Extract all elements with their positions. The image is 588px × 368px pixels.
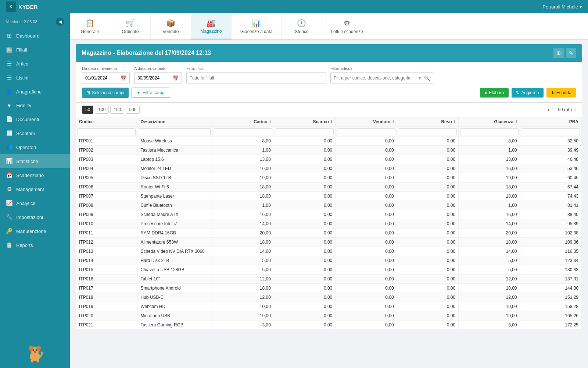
tab-ordinato[interactable]: 🛒Ordinato <box>110 13 151 39</box>
filter-funnel-icon[interactable]: ▼ <box>417 75 422 81</box>
generale-tab-icon: 📋 <box>85 19 94 28</box>
sidebar-item-documenti[interactable]: 📄Documenti <box>0 112 70 126</box>
chevron-down-icon: ▾ <box>580 4 582 10</box>
esporta-label: Esporta <box>556 90 571 95</box>
filter-input-venduto[interactable] <box>337 128 395 135</box>
sidebar-item-fidelity[interactable]: ♥Fidelity <box>0 99 70 112</box>
sidebar-item-manutenzione[interactable]: 🔑Manutenzione <box>0 224 70 238</box>
cell-scarico: 0,00 <box>274 173 335 183</box>
filtro-filiali-input[interactable] <box>190 75 315 81</box>
cell-scarico: 0,00 <box>274 229 335 238</box>
filter-input-codice[interactable] <box>78 128 136 135</box>
filtra-campi-button[interactable]: ▼ Filtra campi <box>132 88 170 98</box>
tab-magazzino[interactable]: 🏭Magazzino <box>191 13 232 39</box>
filter-input-reso[interactable] <box>399 128 457 135</box>
prev-page-button[interactable]: ‹ <box>548 107 549 113</box>
cell-pba: 39,49 <box>520 146 581 155</box>
elabora-label: Elabora <box>489 90 504 95</box>
page-size-500[interactable]: 500 <box>126 106 140 114</box>
svg-point-5 <box>36 349 37 351</box>
user-name: Petraroli Michele <box>542 4 578 10</box>
filter-cell-scarico <box>274 127 335 137</box>
user-menu[interactable]: Petraroli Michele ▾ <box>542 4 582 10</box>
elabora-button[interactable]: ● Elabora <box>480 88 509 98</box>
cell-carico: 12,00 <box>212 275 274 284</box>
cell-pba: 102,38 <box>520 229 581 238</box>
cell-codice: ITP008 <box>76 201 137 210</box>
esporta-button[interactable]: ⬇ Esporta <box>546 88 576 98</box>
cell-descrizione: Tablet 10" <box>137 275 212 284</box>
filter-input-carico[interactable] <box>214 128 272 135</box>
sidebar-label-analytics: Analytics <box>16 201 35 206</box>
cell-descrizione: Scheda Video NVIDIA RTX 3060 <box>137 247 212 256</box>
sidebar-item-scadenziario[interactable]: 📅Scadenziario <box>0 168 70 182</box>
cell-codice: ITP001 <box>76 137 137 146</box>
cell-carico: 5,00 <box>212 265 274 275</box>
sidebar-item-management[interactable]: ⚙Management <box>0 182 70 196</box>
cell-codice: ITP019 <box>76 302 137 311</box>
filter-input-scarico[interactable] <box>276 128 334 135</box>
calendar-icon-a[interactable]: 📅 <box>173 75 179 81</box>
sidebar-item-filiali[interactable]: 🏢Filiali <box>0 43 70 57</box>
cell-descrizione: Laptop 15.6 <box>137 155 212 164</box>
cell-scarico: 0,00 <box>274 265 335 275</box>
filtro-articoli-input[interactable] <box>334 75 415 81</box>
statistiche-icon: 📊 <box>6 158 12 164</box>
cell-scarico: 0,00 <box>274 302 335 311</box>
sidebar-item-reports[interactable]: 📋Reports <box>0 238 70 252</box>
table-row: ITP003 Laptop 15.6 13,00 0,00 0,00 0,00 … <box>76 155 582 164</box>
cell-codice: ITP004 <box>76 164 137 173</box>
filter-input-descrizione[interactable] <box>139 128 211 135</box>
sidebar-item-operatori[interactable]: 👥Operatori <box>0 140 70 154</box>
table-row: ITP005 Disco SSD 1TB 19,00 0,00 0,00 0,0… <box>76 173 582 183</box>
sidebar-item-scontrini[interactable]: 🧾Scontrini <box>0 126 70 140</box>
filter-input-giacenza[interactable] <box>460 128 518 135</box>
cell-codice: ITP010 <box>76 219 137 229</box>
search-icon[interactable]: 🔍 <box>424 75 430 81</box>
giacenze-a-data-tab-icon: 📊 <box>252 19 261 28</box>
cell-pba: 95,39 <box>520 219 581 229</box>
analytics-icon: 📈 <box>6 200 12 206</box>
tab-giacenze-a-data[interactable]: 📊Giacenze a data <box>232 13 282 39</box>
da-data-input[interactable] <box>85 75 118 81</box>
data-table-wrap: Codice Descrizione Carico ℹ Scarico ℹ Ve… <box>76 117 582 330</box>
tab-storico[interactable]: 🕐Storico <box>282 13 322 39</box>
page-size-50[interactable]: 50 <box>82 106 93 114</box>
col-header-pba: PBA <box>520 117 581 127</box>
sidebar-item-impostazioni[interactable]: 🔧Impostazioni <box>0 210 70 224</box>
tab-generale[interactable]: 📋Generale <box>70 13 110 39</box>
a-data-input[interactable] <box>137 75 171 81</box>
sidebar-item-dashboard[interactable]: ⊞Dashboard <box>0 29 70 43</box>
tab-venduto[interactable]: 📦Venduto <box>151 13 191 39</box>
sidebar-item-statistiche[interactable]: 📊Statistiche <box>0 154 70 168</box>
sidebar-item-analytics[interactable]: 📈Analytics <box>0 196 70 210</box>
cell-giacenza: 12,00 <box>459 275 520 284</box>
cell-reso: 0,00 <box>397 137 458 146</box>
table-view-button[interactable]: ⊞ <box>553 48 564 58</box>
tab-lotti-e-scadenze[interactable]: ⚙Lotti e scadenze <box>322 13 372 39</box>
magazzino-tab-icon: 🏭 <box>207 18 216 27</box>
next-page-button[interactable]: › <box>574 107 576 113</box>
seleziona-campi-button[interactable]: ⊞ Seleziona campi <box>82 88 129 98</box>
filter-input-pba[interactable] <box>522 128 580 135</box>
sidebar-item-articoli[interactable]: ☰Articoli <box>0 57 70 71</box>
sidebar-item-listini[interactable]: ☰Listini <box>0 71 70 85</box>
sidebar-collapse-button[interactable]: ◀ <box>56 18 64 26</box>
edit-view-button[interactable]: ✎ <box>566 48 576 58</box>
cell-pba: 172,25 <box>520 321 581 330</box>
cell-venduto: 0,00 <box>336 201 397 210</box>
col-header-carico: Carico ℹ <box>212 117 274 127</box>
aggiorna-button[interactable]: ↻ Aggiorna <box>512 88 544 98</box>
page-size-100[interactable]: 100 <box>95 106 109 114</box>
cell-scarico: 0,00 <box>274 201 335 210</box>
cell-reso: 0,00 <box>397 146 458 155</box>
cell-giacenza: 14,00 <box>459 247 520 256</box>
cell-venduto: 0,00 <box>336 293 397 302</box>
cell-pba: 67,44 <box>520 183 581 192</box>
cell-giacenza: 20,00 <box>459 229 520 238</box>
page-size-150[interactable]: 150 <box>110 106 124 114</box>
cell-codice: ITP009 <box>76 210 137 219</box>
cell-codice: ITP017 <box>76 284 137 293</box>
calendar-icon-da[interactable]: 📅 <box>121 75 126 81</box>
sidebar-item-anagrafiche[interactable]: 👤Anagrafiche <box>0 85 70 99</box>
